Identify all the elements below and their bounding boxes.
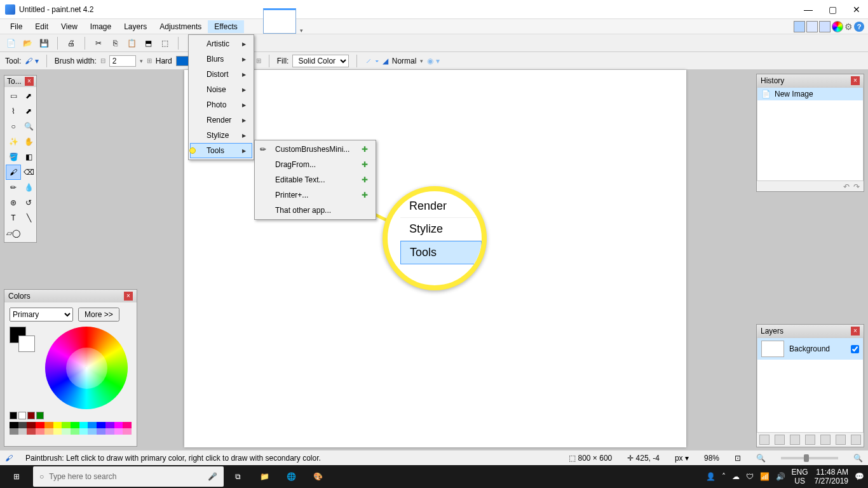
taskbar-search[interactable]: ○ Type here to search 🎤 <box>33 466 224 487</box>
effects-photo[interactable]: Photo▶ <box>190 97 252 112</box>
pan-tool[interactable]: ✋ <box>21 134 36 149</box>
paste-button[interactable]: 📋 <box>126 37 137 49</box>
colors-window-toggle[interactable] <box>832 21 843 32</box>
zoom-slider[interactable] <box>781 457 838 459</box>
history-undo-icon[interactable]: ↶ <box>843 182 850 191</box>
status-unit[interactable]: px ▾ <box>675 454 689 463</box>
history-redo-icon[interactable]: ↷ <box>853 182 860 191</box>
brush-icon[interactable]: 🖌 ▾ <box>25 57 38 65</box>
mic-icon[interactable]: 🎤 <box>208 472 217 481</box>
fit-window-icon[interactable]: ⊡ <box>735 454 741 463</box>
deselect-button[interactable]: ⬚ <box>159 37 170 49</box>
eraser-tool[interactable]: ⌫ <box>21 165 36 180</box>
move-down-button[interactable] <box>836 435 846 445</box>
add-layer-button[interactable] <box>759 435 770 445</box>
color-swatches[interactable] <box>10 327 35 352</box>
tray-up-icon[interactable]: ˄ <box>722 472 726 481</box>
duplicate-layer-button[interactable] <box>790 435 800 445</box>
effects-noise[interactable]: Noise▶ <box>190 82 252 97</box>
fill-select[interactable]: Solid Color <box>292 55 349 67</box>
image-thumbnail[interactable] <box>263 8 296 34</box>
effects-render[interactable]: Render▶ <box>190 112 252 128</box>
layer-icon[interactable]: ◉ ▾ <box>427 57 439 65</box>
color-picker-tool[interactable]: 💧 <box>21 180 36 195</box>
menu-image[interactable]: Image <box>84 20 118 33</box>
layers-window-toggle[interactable] <box>819 21 831 32</box>
copy-button[interactable]: ⎘ <box>109 37 121 49</box>
color-minipalette[interactable] <box>10 412 132 419</box>
effects-distort[interactable]: Distort▶ <box>190 67 252 82</box>
tools-panel-close[interactable]: × <box>25 77 34 86</box>
color-wheel[interactable] <box>45 327 128 409</box>
cut-button[interactable]: ✂ <box>93 37 104 49</box>
text-tool[interactable]: T <box>6 210 21 226</box>
onedrive-icon[interactable]: ☁ <box>732 472 740 481</box>
blend-icon[interactable]: ◢ <box>383 57 388 65</box>
crop-button[interactable]: ⬒ <box>142 37 154 49</box>
menu-view[interactable]: View <box>55 20 84 33</box>
layers-panel-close[interactable]: × <box>851 327 860 336</box>
clone-stamp-tool[interactable]: ⊛ <box>6 195 21 210</box>
lasso-tool[interactable]: ⌇ <box>6 104 21 119</box>
menu-layers[interactable]: Layers <box>118 20 153 33</box>
effects-blurs[interactable]: Blurs▶ <box>190 51 252 67</box>
antialias-icon[interactable]: ⟋ ▾ <box>365 57 378 65</box>
menu-file[interactable]: File <box>4 20 29 33</box>
rectangle-select-tool[interactable]: ▭ <box>6 88 21 104</box>
move-selected-tool[interactable]: ⬈ <box>21 88 36 104</box>
volume-icon[interactable]: 🔊 <box>776 472 785 481</box>
close-button[interactable]: ✕ <box>850 4 863 15</box>
secondary-color-swatch[interactable] <box>18 336 35 352</box>
color-palette-row2[interactable] <box>10 428 132 435</box>
taskbar-lang[interactable]: ENGUS <box>792 468 808 486</box>
layer-properties-button[interactable] <box>851 435 861 445</box>
open-button[interactable]: 📂 <box>22 37 33 49</box>
task-view-button[interactable]: ⧉ <box>225 466 250 487</box>
print-button[interactable]: 🖨 <box>65 37 77 49</box>
increase-width-button[interactable]: ⊞ <box>147 57 152 64</box>
blend-mode-select[interactable]: Normal <box>392 57 417 65</box>
history-item[interactable]: 📄New Image <box>757 88 863 100</box>
settings-icon[interactable]: ⚙ <box>844 22 853 32</box>
chrome-button[interactable]: 🌐 <box>278 466 304 487</box>
menu-effects[interactable]: Effects <box>208 20 243 33</box>
submenu-otherapp[interactable]: That other app... <box>256 203 374 218</box>
delete-layer-button[interactable] <box>775 435 785 445</box>
hardness-grip-icon[interactable]: ⊞ <box>256 57 261 64</box>
notifications-icon[interactable]: 💬 <box>855 472 864 481</box>
color-selector[interactable]: Primary <box>10 308 73 322</box>
security-icon[interactable]: 🛡 <box>746 472 754 481</box>
shapes-tool[interactable]: ▱◯ <box>6 226 21 241</box>
people-icon[interactable]: 👤 <box>706 472 715 481</box>
submenu-custombrushes[interactable]: ✏CustomBrushesMini...✚ <box>256 142 374 157</box>
start-button[interactable]: ⊞ <box>4 466 29 487</box>
paintbrush-tool[interactable]: 🖌 <box>6 165 21 180</box>
history-window-toggle[interactable] <box>806 21 818 32</box>
zoom-tool[interactable]: 🔍 <box>21 119 36 134</box>
zoom-out-icon[interactable]: 🔍 <box>756 454 766 463</box>
submenu-dragfrom[interactable]: DragFrom...✚ <box>256 157 374 172</box>
move-selection-tool[interactable]: ⬈ <box>21 104 36 119</box>
tools-window-toggle[interactable] <box>794 21 805 32</box>
file-explorer-button[interactable]: 📁 <box>252 466 277 487</box>
layer-visible-checkbox[interactable] <box>851 345 859 353</box>
colors-more-button[interactable]: More >> <box>78 308 119 322</box>
new-button[interactable]: 📄 <box>5 37 17 49</box>
effects-stylize[interactable]: Stylize▶ <box>190 128 252 143</box>
layer-item[interactable]: Background <box>757 338 863 360</box>
recolor-tool[interactable]: ↺ <box>21 195 36 210</box>
pencil-tool[interactable]: ✏ <box>6 180 21 195</box>
magic-wand-tool[interactable]: ✨ <box>6 134 21 149</box>
line-tool[interactable]: ╲ <box>21 210 36 226</box>
wifi-icon[interactable]: 📶 <box>760 472 770 481</box>
taskbar-clock[interactable]: 11:48 AM7/27/2019 <box>815 468 848 486</box>
menu-adjustments[interactable]: Adjustments <box>153 20 208 33</box>
colors-panel-close[interactable]: × <box>124 292 133 301</box>
merge-layer-button[interactable] <box>805 435 815 445</box>
submenu-editabletext[interactable]: Editable Text...✚ <box>256 172 374 187</box>
effects-tools[interactable]: Tools▶ <box>190 143 252 158</box>
gradient-tool[interactable]: ◧ <box>21 149 36 165</box>
save-button[interactable]: 💾 <box>38 37 50 49</box>
paint-bucket-tool[interactable]: 🪣 <box>6 149 21 165</box>
help-icon[interactable]: ? <box>854 22 864 32</box>
